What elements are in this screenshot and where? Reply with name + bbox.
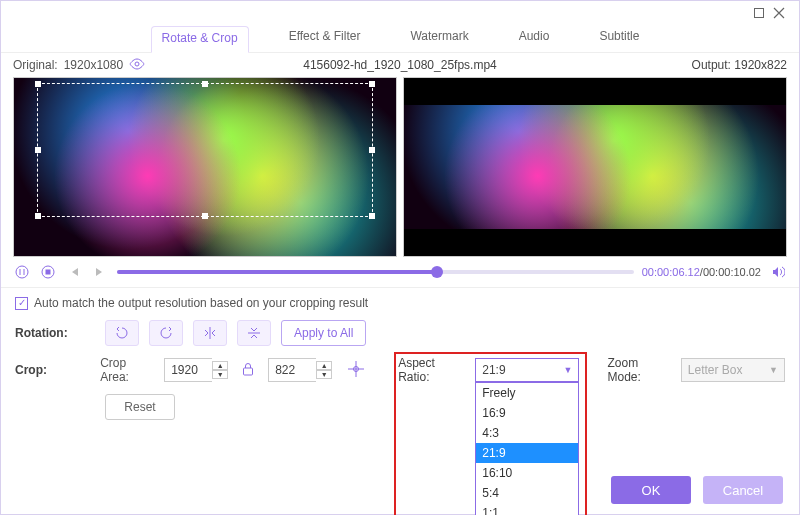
- file-info-bar: Original: 1920x1080 4156092-hd_1920_1080…: [1, 53, 799, 77]
- svg-rect-5: [244, 368, 253, 375]
- zoom-mode-label: Zoom Mode:: [607, 356, 670, 384]
- aspect-option[interactable]: 5:4: [476, 483, 578, 503]
- rotate-right-button[interactable]: [149, 320, 183, 346]
- letterbox-bar: [404, 78, 786, 105]
- chevron-down-icon: ▼: [564, 365, 573, 375]
- ok-button[interactable]: OK: [611, 476, 691, 504]
- tab-subtitle[interactable]: Subtitle: [589, 25, 649, 52]
- tab-audio[interactable]: Audio: [509, 25, 560, 52]
- crop-label: Crop:: [15, 363, 90, 377]
- aspect-option[interactable]: Freely: [476, 383, 578, 403]
- window-close-button[interactable]: [769, 3, 789, 23]
- svg-point-2: [16, 266, 28, 278]
- tab-rotate-crop[interactable]: Rotate & Crop: [151, 26, 249, 53]
- svg-rect-0: [755, 9, 764, 18]
- preview-panes: [1, 77, 799, 257]
- aspect-option[interactable]: 21:9: [476, 443, 578, 463]
- volume-button[interactable]: [769, 263, 787, 281]
- flip-horizontal-button[interactable]: [193, 320, 227, 346]
- next-frame-button[interactable]: [91, 263, 109, 281]
- reset-row: Reset: [15, 394, 785, 420]
- crop-height-field[interactable]: ▲▼: [268, 358, 332, 382]
- rotation-label: Rotation:: [15, 326, 95, 340]
- letterbox-bar: [404, 229, 786, 256]
- aspect-ratio-value: 21:9: [482, 363, 505, 377]
- auto-match-checkbox[interactable]: ✓: [15, 297, 28, 310]
- crop-height-down[interactable]: ▼: [316, 370, 332, 379]
- crop-height-input[interactable]: [268, 358, 316, 382]
- window-maximize-button[interactable]: [749, 3, 769, 23]
- crop-height-up[interactable]: ▲: [316, 361, 332, 370]
- aspect-option[interactable]: 4:3: [476, 423, 578, 443]
- rotation-row: Rotation: Apply to All: [15, 320, 785, 346]
- aspect-option[interactable]: 16:10: [476, 463, 578, 483]
- flip-vertical-button[interactable]: [237, 320, 271, 346]
- crop-width-up[interactable]: ▲: [212, 361, 228, 370]
- time-display: 00:00:06.12/00:00:10.02: [642, 266, 761, 278]
- aspect-ratio-dropdown[interactable]: Freely16:94:321:916:105:41:19:16: [475, 382, 579, 515]
- preview-output: [403, 77, 787, 257]
- preview-original[interactable]: [13, 77, 397, 257]
- aspect-option[interactable]: 1:1: [476, 503, 578, 515]
- video-frame-image: [14, 78, 396, 256]
- filename-label: 4156092-hd_1920_1080_25fps.mp4: [221, 58, 579, 72]
- seek-slider[interactable]: [117, 270, 634, 274]
- chevron-down-icon: ▼: [769, 365, 778, 375]
- aspect-ratio-select[interactable]: 21:9 ▼ Freely16:94:321:916:105:41:19:16: [475, 358, 579, 382]
- center-crop-icon[interactable]: [342, 361, 370, 380]
- tab-watermark[interactable]: Watermark: [400, 25, 478, 52]
- zoom-mode-value: Letter Box: [688, 363, 743, 377]
- auto-match-row: ✓ Auto match the output resolution based…: [15, 296, 785, 310]
- playback-bar: 00:00:06.12/00:00:10.02: [1, 257, 799, 287]
- editor-tabs: Rotate & Crop Effect & Filter Watermark …: [1, 25, 799, 53]
- crop-width-field[interactable]: ▲▼: [164, 358, 228, 382]
- reset-button[interactable]: Reset: [105, 394, 175, 420]
- aspect-ratio-label: Aspect Ratio:: [398, 356, 465, 384]
- tab-effect-filter[interactable]: Effect & Filter: [279, 25, 371, 52]
- crop-width-input[interactable]: [164, 358, 212, 382]
- output-label: Output:: [692, 58, 731, 72]
- controls-area: ✓ Auto match the output resolution based…: [1, 287, 799, 466]
- dialog-footer: OK Cancel: [1, 466, 799, 514]
- prev-frame-button[interactable]: [65, 263, 83, 281]
- original-label: Original:: [13, 58, 58, 72]
- zoom-mode-select[interactable]: Letter Box ▼: [681, 358, 785, 382]
- aspect-option[interactable]: 16:9: [476, 403, 578, 423]
- eye-icon[interactable]: [129, 58, 145, 73]
- stop-button[interactable]: [39, 263, 57, 281]
- output-dimension: 1920x822: [734, 58, 787, 72]
- crop-row: Crop: Crop Area: ▲▼ ▲▼ Aspect Ratio: 21:…: [15, 356, 785, 384]
- original-dimension: 1920x1080: [64, 58, 123, 72]
- auto-match-label: Auto match the output resolution based o…: [34, 296, 368, 310]
- pause-button[interactable]: [13, 263, 31, 281]
- apply-to-all-button[interactable]: Apply to All: [281, 320, 366, 346]
- crop-area-label: Crop Area:: [100, 356, 154, 384]
- rotate-left-button[interactable]: [105, 320, 139, 346]
- svg-rect-4: [46, 270, 51, 275]
- video-editor-dialog: Rotate & Crop Effect & Filter Watermark …: [0, 0, 800, 515]
- svg-point-1: [135, 62, 139, 66]
- cancel-button[interactable]: Cancel: [703, 476, 783, 504]
- window-titlebar: [1, 1, 799, 25]
- crop-width-down[interactable]: ▼: [212, 370, 228, 379]
- lock-aspect-icon[interactable]: [238, 362, 258, 379]
